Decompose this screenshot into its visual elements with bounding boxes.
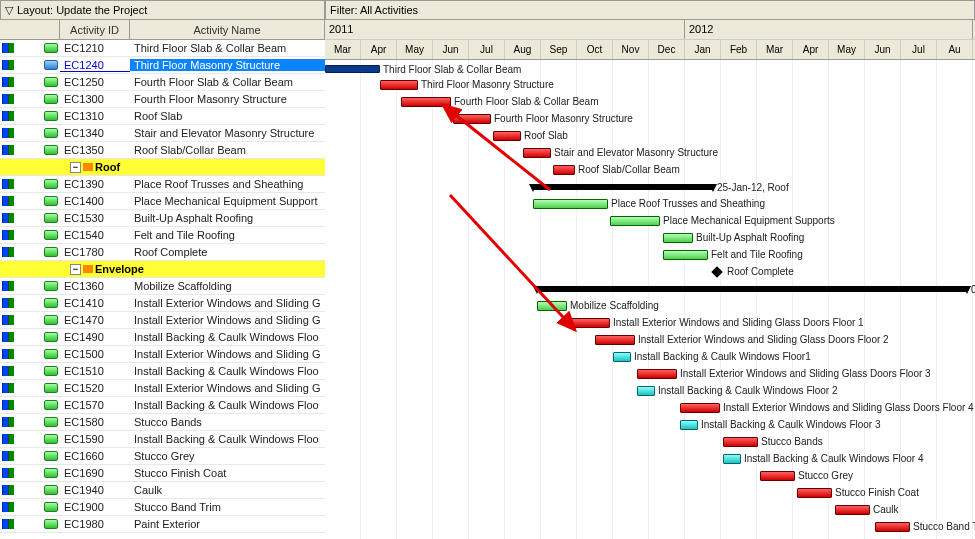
month-cell: Mar <box>757 40 793 59</box>
gantt-bar[interactable]: Stair and Elevator Masonry Structure <box>523 148 551 158</box>
table-row[interactable]: EC1410Install Exterior Windows and Slidi… <box>0 295 325 312</box>
table-row[interactable]: EC1360Mobilize Scaffolding <box>0 278 325 295</box>
gantt-bar[interactable]: Third Floor Masonry Structure <box>380 80 418 90</box>
table-row[interactable]: EC1570Install Backing & Caulk Windows Fl… <box>0 397 325 414</box>
gantt-bar[interactable]: Install Exterior Windows and Sliding Gla… <box>570 318 610 328</box>
table-row[interactable]: EC1250Fourth Floor Slab & Collar Beam <box>0 74 325 91</box>
activity-name-header[interactable]: Activity Name <box>130 20 325 39</box>
table-row[interactable]: EC1310Roof Slab <box>0 108 325 125</box>
gantt-area[interactable]: Third Floor Slab & Collar BeamThird Floo… <box>325 60 975 539</box>
bar-label: Stucco Grey <box>798 470 853 481</box>
task-icon <box>44 332 58 342</box>
gantt-bar[interactable]: Stucco Band Trim <box>875 522 910 532</box>
activity-name: Install Backing & Caulk Windows Floo <box>130 365 325 377</box>
activity-name: Stucco Finish Coat <box>130 467 325 479</box>
task-icon <box>44 400 58 410</box>
indent-column-header[interactable] <box>0 20 60 39</box>
task-icon <box>44 77 58 87</box>
bar-label: Felt and Tile Roofing <box>711 249 803 260</box>
table-row[interactable]: EC1580Stucco Bands <box>0 414 325 431</box>
gantt-bar[interactable]: Install Backing & Caulk Windows Floor1 <box>613 352 631 362</box>
month-cell: Apr <box>361 40 397 59</box>
gantt-bar[interactable]: Roof Slab/Collar Beam <box>553 165 575 175</box>
table-row[interactable]: EC1510Install Backing & Caulk Windows Fl… <box>0 363 325 380</box>
table-row[interactable]: EC1780Roof Complete <box>0 244 325 261</box>
activity-name: Stucco Bands <box>130 416 325 428</box>
table-row[interactable]: EC1500Install Exterior Windows and Slidi… <box>0 346 325 363</box>
table-row[interactable]: EC1690Stucco Finish Coat <box>0 465 325 482</box>
table-row[interactable]: EC1520Install Exterior Windows and Slidi… <box>0 380 325 397</box>
table-row[interactable]: EC1210Third Floor Slab & Collar Beam <box>0 40 325 57</box>
activity-name: Install Backing & Caulk Windows Floo <box>130 399 325 411</box>
table-row[interactable]: EC1400Place Mechanical Equipment Support <box>0 193 325 210</box>
table-row[interactable]: EC1590Install Backing & Caulk Windows Fl… <box>0 431 325 448</box>
gantt-bar[interactable]: Install Exterior Windows and Sliding Gla… <box>595 335 635 345</box>
activity-id-header[interactable]: Activity ID <box>60 20 130 39</box>
task-icon <box>44 502 58 512</box>
table-row[interactable]: EC1390Place Roof Trusses and Sheathing <box>0 176 325 193</box>
task-icon <box>44 247 58 257</box>
table-row[interactable]: EC1980Paint Exterior <box>0 516 325 533</box>
gantt-bar[interactable]: Fourth Floor Slab & Collar Beam <box>401 97 451 107</box>
collapse-icon[interactable]: − <box>70 162 81 173</box>
gantt-bar[interactable]: Fourth Floor Masonry Structure <box>453 114 491 124</box>
gantt-bar[interactable]: Install Backing & Caulk Windows Floor 4 <box>723 454 741 464</box>
table-row[interactable]: EC1530Built-Up Asphalt Roofing <box>0 210 325 227</box>
gantt-bar[interactable]: Stucco Grey <box>760 471 795 481</box>
activity-id: EC1250 <box>60 76 130 88</box>
bar-label: Fourth Floor Masonry Structure <box>494 113 633 124</box>
gantt-row: Install Backing & Caulk Windows Floor 4 <box>325 451 975 468</box>
group-row[interactable]: −Roof <box>0 159 325 176</box>
table-row[interactable]: EC1340Stair and Elevator Masonry Structu… <box>0 125 325 142</box>
table-row[interactable]: EC1900Stucco Band Trim <box>0 499 325 516</box>
gantt-bar[interactable]: Roof Slab <box>493 131 521 141</box>
group-row[interactable]: −Envelope <box>0 261 325 278</box>
table-row[interactable]: EC1540Felt and Tile Roofing <box>0 227 325 244</box>
gantt-bar[interactable]: Install Backing & Caulk Windows Floor 3 <box>680 420 698 430</box>
gantt-bar[interactable]: Stucco Finish Coat <box>797 488 832 498</box>
layout-header[interactable]: ▽ Layout: Update the Project <box>0 0 325 20</box>
activity-id: EC1780 <box>60 246 130 258</box>
activity-name: Caulk <box>130 484 325 496</box>
table-row[interactable]: EC1300Fourth Floor Masonry Structure <box>0 91 325 108</box>
table-row[interactable]: EC1490Install Backing & Caulk Windows Fl… <box>0 329 325 346</box>
gantt-bar[interactable]: Mobilize Scaffolding <box>537 301 567 311</box>
gantt-bar[interactable]: Place Roof Trusses and Sheathing <box>533 199 608 209</box>
gantt-bar[interactable]: Stucco Bands <box>723 437 758 447</box>
activity-name: Stucco Grey <box>130 450 325 462</box>
task-icon <box>44 43 58 53</box>
month-cell: Sep <box>541 40 577 59</box>
gantt-bar[interactable]: Install Backing & Caulk Windows Floor 2 <box>637 386 655 396</box>
table-row[interactable]: EC1240Third Floor Masonry Structure <box>0 57 325 74</box>
gantt-bar[interactable]: Install Exterior Windows and Sliding Gla… <box>637 369 677 379</box>
summary-bar[interactable]: 25-Jan-12, Roof <box>533 184 713 190</box>
month-cell: Jan <box>685 40 721 59</box>
table-row[interactable]: EC1350Roof Slab/Collar Beam <box>0 142 325 159</box>
gantt-row: Install Backing & Caulk Windows Floor 3 <box>325 417 975 434</box>
table-row[interactable]: EC1660Stucco Grey <box>0 448 325 465</box>
gantt-bar[interactable]: Felt and Tile Roofing <box>663 250 708 260</box>
bar-label: Mobilize Scaffolding <box>570 300 659 311</box>
gantt-bar[interactable]: Place Mechanical Equipment Supports <box>610 216 660 226</box>
month-cell: Jun <box>865 40 901 59</box>
table-row[interactable]: EC1940Caulk <box>0 482 325 499</box>
bar-label: Install Backing & Caulk Windows Floor1 <box>634 351 811 362</box>
collapse-icon[interactable]: − <box>70 264 81 275</box>
summary-bar[interactable]: 03 <box>537 286 967 292</box>
gantt-row: Stucco Band Trim <box>325 519 975 536</box>
activity-name: Stucco Band Trim <box>130 501 325 513</box>
bar-label: Roof Slab <box>524 130 568 141</box>
gantt-bar[interactable]: Install Exterior Windows and Sliding Gla… <box>680 403 720 413</box>
task-icon <box>44 179 58 189</box>
month-cell: Jul <box>469 40 505 59</box>
year-2011: 2011 <box>325 20 685 39</box>
activity-name: Fourth Floor Slab & Collar Beam <box>130 76 325 88</box>
table-row[interactable]: EC1470Install Exterior Windows and Slidi… <box>0 312 325 329</box>
gantt-bar[interactable]: Caulk <box>835 505 870 515</box>
filter-header[interactable]: Filter: All Activities <box>325 0 975 20</box>
gantt-bar[interactable]: Built-Up Asphalt Roofing <box>663 233 693 243</box>
gantt-row: Stucco Finish Coat <box>325 485 975 502</box>
bar-label: Install Exterior Windows and Sliding Gla… <box>638 334 889 345</box>
milestone-diamond[interactable] <box>711 266 722 277</box>
gantt-bar[interactable]: Third Floor Slab & Collar Beam <box>325 65 380 73</box>
